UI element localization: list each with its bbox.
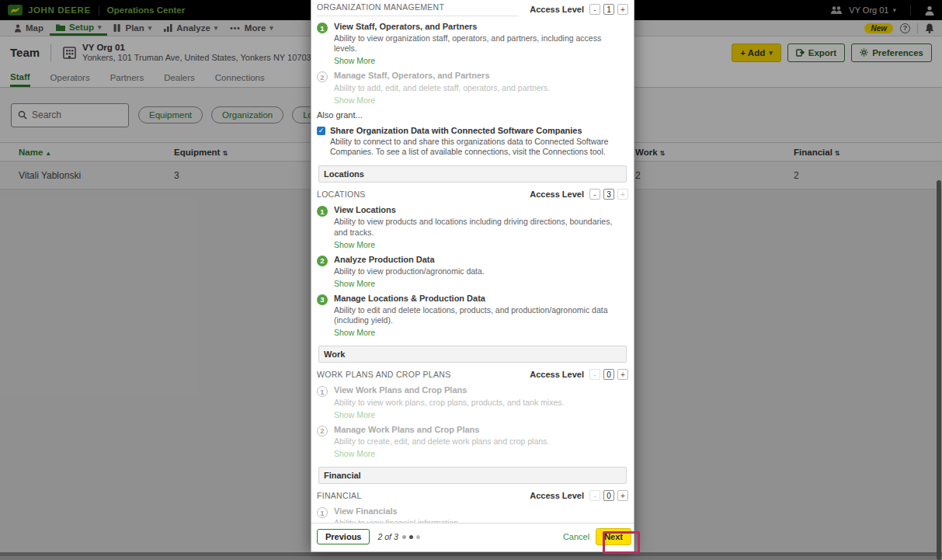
- stepper-plus-button[interactable]: +: [617, 490, 628, 501]
- group-label-work-plans: WORK PLANS AND CROP PLANS: [317, 370, 519, 379]
- level-number-badge: 1: [317, 206, 328, 217]
- checkbox-label: Share Organization Data with Connected S…: [330, 126, 582, 136]
- permission-description: Ability to create, edit, and delete work…: [334, 437, 549, 447]
- show-more-link[interactable]: Show More: [334, 279, 485, 288]
- permission-description: Ability to view organization staff, oper…: [334, 33, 623, 54]
- access-level-stepper-org: Access Level - 1 +: [530, 4, 628, 15]
- permission-title: View Locations: [334, 205, 623, 215]
- stepper-minus-button[interactable]: -: [589, 4, 600, 15]
- permission-item: 2 Manage Work Plans and Crop Plans Abili…: [317, 425, 628, 458]
- stepper-minus-button[interactable]: -: [589, 189, 600, 200]
- permission-description: Ability to view production/agronomic dat…: [334, 266, 485, 277]
- level-number-badge: 1: [317, 507, 328, 518]
- page-dots: [402, 535, 420, 539]
- permission-item: 1 View Work Plans and Crop Plans Ability…: [317, 385, 628, 419]
- permission-item: 2 Manage Staff, Operators, and Partners …: [317, 71, 628, 104]
- permission-item: 1 View Locations Ability to view product…: [317, 205, 628, 249]
- level-number-badge: 3: [317, 294, 328, 305]
- show-more-link[interactable]: Show More: [334, 56, 623, 65]
- permission-description: Ability to edit and delete locations, pr…: [334, 305, 623, 325]
- permission-description: Ability to add, edit, and delete staff, …: [334, 83, 550, 93]
- next-button[interactable]: Next: [596, 528, 631, 545]
- stepper-value: 1: [603, 4, 614, 15]
- share-data-option: ✓ Share Organization Data with Connected…: [317, 126, 628, 136]
- level-number-badge: 2: [317, 256, 328, 266]
- group-label-locations: LOCATIONS: [317, 190, 519, 199]
- permission-item: 1 View Financials Ability to view financ…: [317, 506, 628, 523]
- modal-footer: Previous 2 of 3 Cancel Next: [311, 523, 634, 551]
- show-more-link[interactable]: Show More: [334, 96, 550, 105]
- permission-title: View Staff, Operators, and Partners: [334, 22, 623, 32]
- permission-item: 2 Analyze Production Data Ability to vie…: [317, 255, 628, 288]
- permission-description: Ability to view products and locations i…: [334, 217, 623, 237]
- previous-button[interactable]: Previous: [317, 529, 370, 544]
- stepper-value: 0: [603, 490, 614, 501]
- show-more-link[interactable]: Show More: [334, 449, 549, 458]
- permission-title: Manage Staff, Operators, and Partners: [334, 71, 550, 81]
- section-band-work: Work: [318, 346, 627, 363]
- access-level-label: Access Level: [530, 370, 584, 379]
- page-indicator-text: 2 of 3: [377, 532, 398, 541]
- level-number-badge: 2: [317, 426, 328, 437]
- access-level-label: Access Level: [530, 5, 584, 14]
- stepper-plus-button[interactable]: +: [617, 189, 628, 200]
- access-level-label: Access Level: [530, 190, 584, 199]
- stepper-value: 0: [603, 369, 614, 380]
- permission-title: View Financials: [334, 506, 461, 517]
- also-grant-label: Also grant...: [317, 110, 628, 120]
- permission-item: 3 Manage Locations & Production Data Abi…: [317, 294, 628, 337]
- section-band-locations: Locations: [318, 165, 627, 183]
- access-level-stepper-work: Access Level - 0 +: [530, 369, 628, 380]
- group-label-organization-management: ORGANIZATION MANAGEMENT: [317, 2, 519, 16]
- stepper-plus-button[interactable]: +: [617, 369, 628, 380]
- show-more-link[interactable]: Show More: [334, 240, 623, 249]
- checkbox-checked[interactable]: ✓: [317, 127, 325, 135]
- stepper-minus-button[interactable]: -: [589, 490, 600, 501]
- stepper-minus-button[interactable]: -: [589, 369, 600, 380]
- checkbox-description: Ability to connect to and share this org…: [330, 137, 627, 157]
- modal-content: ORGANIZATION MANAGEMENT Access Level - 1…: [311, 0, 634, 523]
- page-dot: [402, 535, 406, 539]
- access-level-label: Access Level: [530, 491, 584, 500]
- group-label-financial: FINANCIAL: [317, 491, 519, 500]
- permission-description: Ability to view work plans, crop plans, …: [334, 398, 564, 408]
- show-more-link[interactable]: Show More: [334, 410, 564, 419]
- permission-title: Manage Work Plans and Crop Plans: [334, 425, 549, 435]
- page-dot: [416, 535, 420, 539]
- screen: JOHN DEERE Operations Center VY Org 01 ▾…: [0, 0, 942, 560]
- stepper-value: 3: [603, 189, 614, 200]
- level-number-badge: 1: [317, 386, 328, 397]
- level-number-badge: 1: [317, 23, 328, 33]
- show-more-link[interactable]: Show More: [334, 328, 623, 337]
- page-dot-active: [409, 535, 413, 539]
- permission-title: View Work Plans and Crop Plans: [334, 385, 564, 395]
- access-level-stepper-financial: Access Level - 0 +: [530, 490, 628, 501]
- access-level-stepper-locations: Access Level - 3 +: [530, 189, 628, 200]
- permission-title: Manage Locations & Production Data: [334, 294, 623, 304]
- section-band-financial: Financial: [318, 467, 627, 484]
- permission-item: 1 View Staff, Operators, and Partners Ab…: [317, 22, 628, 65]
- stepper-plus-button[interactable]: +: [617, 4, 628, 15]
- level-number-badge: 2: [317, 71, 328, 82]
- permission-title: Analyze Production Data: [334, 255, 485, 265]
- access-level-modal: ORGANIZATION MANAGEMENT Access Level - 1…: [311, 0, 634, 552]
- cancel-link[interactable]: Cancel: [563, 532, 589, 541]
- scrollbar-thumb[interactable]: [937, 180, 941, 560]
- page-indicator: 2 of 3: [377, 532, 419, 541]
